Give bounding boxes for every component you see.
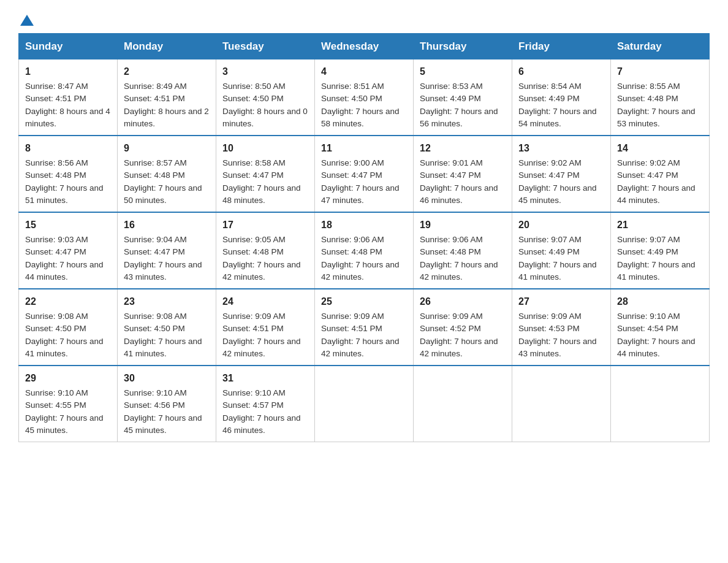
- calendar-day-cell: 13Sunrise: 9:02 AMSunset: 4:47 PMDayligh…: [512, 136, 611, 212]
- calendar-day-cell: 21Sunrise: 9:07 AMSunset: 4:49 PMDayligh…: [611, 212, 710, 289]
- calendar-header-sunday: Sunday: [19, 34, 118, 59]
- calendar-day-cell: [315, 366, 414, 442]
- daylight-text: Daylight: 8 hours and 2 minutes.: [124, 105, 210, 131]
- sunrise-text: Sunrise: 9:01 AM: [420, 157, 506, 169]
- sunset-text: Sunset: 4:47 PM: [222, 169, 308, 182]
- daylight-text: Daylight: 7 hours and 41 minutes.: [518, 259, 604, 284]
- page-header: [18, 12, 710, 27]
- sunset-text: Sunset: 4:48 PM: [321, 246, 407, 258]
- sunrise-text: Sunrise: 9:09 AM: [222, 310, 308, 323]
- calendar-week-row: 29Sunrise: 9:10 AMSunset: 4:55 PMDayligh…: [19, 366, 710, 442]
- sunrise-text: Sunrise: 8:54 AM: [518, 80, 604, 93]
- daylight-text: Daylight: 7 hours and 42 minutes.: [321, 335, 407, 361]
- daylight-text: Daylight: 7 hours and 46 minutes.: [420, 182, 506, 207]
- daylight-text: Daylight: 7 hours and 42 minutes.: [222, 259, 308, 284]
- calendar-day-cell: [611, 366, 710, 442]
- sunrise-text: Sunrise: 9:04 AM: [124, 234, 210, 246]
- day-number: 22: [25, 294, 111, 309]
- day-number: 18: [321, 218, 407, 232]
- daylight-text: Daylight: 7 hours and 42 minutes.: [321, 259, 407, 284]
- daylight-text: Daylight: 7 hours and 51 minutes.: [25, 182, 111, 207]
- calendar-table: SundayMondayTuesdayWednesdayThursdayFrid…: [18, 33, 710, 442]
- sunset-text: Sunset: 4:55 PM: [25, 399, 111, 412]
- sunset-text: Sunset: 4:48 PM: [420, 246, 506, 258]
- day-number: 1: [25, 64, 111, 79]
- daylight-text: Daylight: 7 hours and 54 minutes.: [518, 105, 604, 131]
- sunrise-text: Sunrise: 9:03 AM: [25, 234, 111, 246]
- daylight-text: Daylight: 8 hours and 4 minutes.: [25, 105, 111, 131]
- calendar-day-cell: 24Sunrise: 9:09 AMSunset: 4:51 PMDayligh…: [216, 289, 315, 366]
- sunset-text: Sunset: 4:50 PM: [222, 93, 308, 105]
- daylight-text: Daylight: 7 hours and 41 minutes.: [617, 259, 703, 284]
- calendar-day-cell: 15Sunrise: 9:03 AMSunset: 4:47 PMDayligh…: [19, 212, 118, 289]
- sunrise-text: Sunrise: 9:10 AM: [617, 310, 703, 323]
- daylight-text: Daylight: 7 hours and 50 minutes.: [124, 182, 210, 207]
- sunrise-text: Sunrise: 9:02 AM: [617, 157, 703, 169]
- sunrise-text: Sunrise: 9:10 AM: [222, 387, 308, 399]
- day-number: 21: [617, 218, 703, 232]
- calendar-day-cell: 23Sunrise: 9:08 AMSunset: 4:50 PMDayligh…: [118, 289, 216, 366]
- calendar-day-cell: 26Sunrise: 9:09 AMSunset: 4:52 PMDayligh…: [414, 289, 512, 366]
- sunrise-text: Sunrise: 9:10 AM: [124, 387, 210, 399]
- sunset-text: Sunset: 4:48 PM: [617, 93, 703, 105]
- daylight-text: Daylight: 7 hours and 44 minutes.: [25, 259, 111, 284]
- day-number: 27: [518, 294, 604, 309]
- calendar-day-cell: 31Sunrise: 9:10 AMSunset: 4:57 PMDayligh…: [216, 366, 315, 442]
- sunset-text: Sunset: 4:47 PM: [518, 169, 604, 182]
- calendar-header-thursday: Thursday: [414, 34, 512, 59]
- sunrise-text: Sunrise: 9:08 AM: [25, 310, 111, 323]
- sunset-text: Sunset: 4:57 PM: [222, 399, 308, 412]
- sunrise-text: Sunrise: 9:07 AM: [518, 234, 604, 246]
- sunrise-text: Sunrise: 8:55 AM: [617, 80, 703, 93]
- day-number: 19: [420, 218, 506, 232]
- daylight-text: Daylight: 7 hours and 42 minutes.: [420, 259, 506, 284]
- calendar-week-row: 8Sunrise: 8:56 AMSunset: 4:48 PMDaylight…: [19, 136, 710, 212]
- day-number: 6: [518, 64, 604, 79]
- sunset-text: Sunset: 4:49 PM: [617, 246, 703, 258]
- sunset-text: Sunset: 4:51 PM: [222, 323, 308, 335]
- svg-marker-0: [20, 15, 34, 26]
- calendar-day-cell: 28Sunrise: 9:10 AMSunset: 4:54 PMDayligh…: [611, 289, 710, 366]
- day-number: 14: [617, 141, 703, 156]
- daylight-text: Daylight: 7 hours and 42 minutes.: [420, 335, 506, 361]
- day-number: 4: [321, 64, 407, 79]
- daylight-text: Daylight: 8 hours and 0 minutes.: [222, 105, 308, 131]
- day-number: 12: [420, 141, 506, 156]
- logo-triangle-icon: [20, 13, 34, 27]
- calendar-day-cell: 25Sunrise: 9:09 AMSunset: 4:51 PMDayligh…: [315, 289, 414, 366]
- sunset-text: Sunset: 4:49 PM: [518, 93, 604, 105]
- calendar-day-cell: 30Sunrise: 9:10 AMSunset: 4:56 PMDayligh…: [118, 366, 216, 442]
- day-number: 23: [124, 294, 210, 309]
- sunrise-text: Sunrise: 9:06 AM: [420, 234, 506, 246]
- day-number: 7: [617, 64, 703, 79]
- calendar-day-cell: 22Sunrise: 9:08 AMSunset: 4:50 PMDayligh…: [19, 289, 118, 366]
- calendar-day-cell: 17Sunrise: 9:05 AMSunset: 4:48 PMDayligh…: [216, 212, 315, 289]
- sunrise-text: Sunrise: 9:09 AM: [321, 310, 407, 323]
- sunset-text: Sunset: 4:50 PM: [321, 93, 407, 105]
- calendar-day-cell: 3Sunrise: 8:50 AMSunset: 4:50 PMDaylight…: [216, 59, 315, 136]
- sunrise-text: Sunrise: 8:58 AM: [222, 157, 308, 169]
- calendar-day-cell: 10Sunrise: 8:58 AMSunset: 4:47 PMDayligh…: [216, 136, 315, 212]
- sunrise-text: Sunrise: 9:10 AM: [25, 387, 111, 399]
- sunset-text: Sunset: 4:51 PM: [25, 93, 111, 105]
- sunset-text: Sunset: 4:53 PM: [518, 323, 604, 335]
- sunset-text: Sunset: 4:50 PM: [124, 323, 210, 335]
- calendar-header-saturday: Saturday: [611, 34, 710, 59]
- calendar-day-cell: 29Sunrise: 9:10 AMSunset: 4:55 PMDayligh…: [19, 366, 118, 442]
- sunset-text: Sunset: 4:54 PM: [617, 323, 703, 335]
- day-number: 16: [124, 218, 210, 232]
- sunrise-text: Sunrise: 9:00 AM: [321, 157, 407, 169]
- daylight-text: Daylight: 7 hours and 43 minutes.: [124, 259, 210, 284]
- calendar-day-cell: 2Sunrise: 8:49 AMSunset: 4:51 PMDaylight…: [118, 59, 216, 136]
- sunrise-text: Sunrise: 9:06 AM: [321, 234, 407, 246]
- calendar-header-monday: Monday: [118, 34, 216, 59]
- calendar-day-cell: 18Sunrise: 9:06 AMSunset: 4:48 PMDayligh…: [315, 212, 414, 289]
- sunset-text: Sunset: 4:52 PM: [420, 323, 506, 335]
- day-number: 5: [420, 64, 506, 79]
- sunset-text: Sunset: 4:56 PM: [124, 399, 210, 412]
- daylight-text: Daylight: 7 hours and 58 minutes.: [321, 105, 407, 131]
- calendar-day-cell: 1Sunrise: 8:47 AMSunset: 4:51 PMDaylight…: [19, 59, 118, 136]
- day-number: 9: [124, 141, 210, 156]
- sunset-text: Sunset: 4:47 PM: [124, 246, 210, 258]
- sunset-text: Sunset: 4:51 PM: [321, 323, 407, 335]
